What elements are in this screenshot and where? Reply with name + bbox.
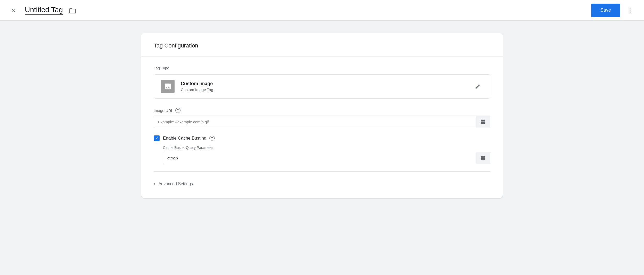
page-title: Untitled Tag bbox=[25, 6, 63, 15]
variable-icon bbox=[480, 119, 486, 125]
tag-type-info: Custom Image Custom Image Tag bbox=[181, 81, 213, 92]
save-button[interactable]: Save bbox=[591, 4, 620, 17]
pencil-icon bbox=[475, 84, 481, 89]
cache-buster-param-input[interactable] bbox=[163, 152, 476, 164]
header: × Untitled Tag Save ⋮ bbox=[0, 0, 644, 21]
image-url-variable-button[interactable] bbox=[476, 116, 490, 128]
tag-type-icon bbox=[161, 80, 175, 93]
header-right: Save ⋮ bbox=[591, 4, 636, 17]
card-header: Tag Configuration bbox=[141, 33, 503, 56]
cache-buster-variable-button[interactable] bbox=[476, 152, 490, 164]
chevron-right-icon: › bbox=[154, 181, 155, 187]
svg-rect-2 bbox=[481, 122, 483, 124]
folder-button[interactable] bbox=[69, 7, 76, 13]
image-url-input[interactable] bbox=[154, 116, 476, 128]
cache-busting-label: Enable Cache Busting bbox=[163, 136, 206, 141]
svg-rect-6 bbox=[481, 158, 483, 160]
svg-rect-7 bbox=[483, 158, 485, 160]
tag-type-left: Custom Image Custom Image Tag bbox=[161, 80, 213, 93]
cache-buster-input-group bbox=[163, 152, 490, 164]
advanced-settings-row[interactable]: › Advanced Settings bbox=[154, 179, 490, 189]
svg-rect-1 bbox=[483, 120, 485, 122]
svg-rect-3 bbox=[483, 122, 485, 124]
checkmark-icon: ✓ bbox=[155, 136, 158, 140]
checkbox-checked-indicator: ✓ bbox=[154, 135, 160, 141]
svg-rect-0 bbox=[481, 120, 483, 122]
image-url-input-group bbox=[154, 116, 490, 128]
cache-buster-param-label: Cache Buster Query Parameter bbox=[163, 145, 490, 150]
more-options-button[interactable]: ⋮ bbox=[624, 5, 636, 16]
tag-type-label: Tag Type bbox=[154, 66, 490, 70]
tag-type-description: Custom Image Tag bbox=[181, 87, 213, 92]
header-left: × Untitled Tag bbox=[8, 5, 76, 15]
folder-icon bbox=[69, 7, 76, 13]
svg-rect-5 bbox=[483, 156, 485, 158]
cache-busting-help-icon[interactable]: ? bbox=[209, 136, 215, 141]
variable-icon bbox=[480, 155, 486, 161]
main-content: Tag Configuration Tag Type Custom Image … bbox=[0, 21, 644, 211]
close-icon: × bbox=[11, 6, 15, 14]
card-body: Tag Type Custom Image Custom Image Tag bbox=[141, 56, 503, 198]
advanced-settings-label: Advanced Settings bbox=[159, 182, 193, 186]
image-url-help-icon[interactable]: ? bbox=[175, 108, 180, 113]
svg-rect-4 bbox=[481, 156, 483, 158]
cache-buster-sub-field: Cache Buster Query Parameter bbox=[163, 145, 490, 164]
tag-type-selector[interactable]: Custom Image Custom Image Tag bbox=[154, 74, 490, 99]
edit-tag-type-button[interactable] bbox=[473, 81, 483, 92]
image-url-label: Image URL ? bbox=[154, 108, 490, 113]
advanced-settings-divider bbox=[154, 171, 490, 172]
cache-busting-row: ✓ Enable Cache Busting ? bbox=[154, 135, 490, 141]
more-icon: ⋮ bbox=[627, 7, 633, 14]
tag-type-name: Custom Image bbox=[181, 81, 213, 86]
close-button[interactable]: × bbox=[8, 5, 19, 15]
cache-busting-checkbox[interactable]: ✓ bbox=[154, 135, 160, 141]
card-title: Tag Configuration bbox=[154, 42, 198, 49]
tag-configuration-card: Tag Configuration Tag Type Custom Image … bbox=[141, 33, 503, 198]
